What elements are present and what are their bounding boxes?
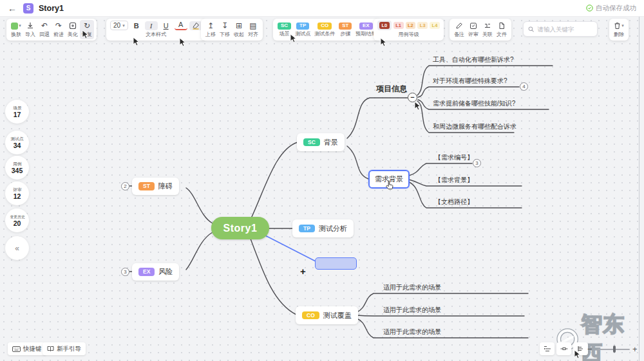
font-size-select[interactable]: 20 ▾ [110, 21, 128, 30]
link-button[interactable]: 关联 [480, 20, 495, 39]
level-l0-button[interactable]: L0 [377, 21, 392, 30]
restore-icon: ↻ [84, 21, 90, 30]
sidebar-item-cases[interactable]: 用例 345 [5, 156, 29, 180]
sidebar-collapse-button[interactable]: « [5, 236, 29, 260]
node-risk[interactable]: EX 风险 [132, 263, 179, 281]
leaf-node[interactable]: 对于环境有哪些特殊要求? [433, 77, 507, 86]
sidebar-item-review[interactable]: 评审 12 [5, 181, 29, 205]
ex-tag: EX [138, 268, 155, 276]
sidebar-item-testpoints[interactable]: 测试点 34 [5, 131, 29, 154]
leaf-node[interactable]: 工具、自动化有哪些新诉求? [433, 55, 514, 64]
leaf-node[interactable]: 适用于此需求的场景 [383, 306, 441, 315]
node-project-info[interactable]: 项目信息 [376, 84, 407, 95]
beautify-button[interactable]: 美化 [66, 20, 80, 39]
review-board-icon [469, 21, 477, 30]
node-count-badge[interactable]: 3 [121, 268, 129, 276]
align-button[interactable]: ▤ 对齐 [246, 20, 260, 39]
new-node-draft[interactable] [315, 257, 357, 270]
tag-tp-button[interactable]: TP 测试点 [293, 20, 312, 39]
sc-tag: SC [303, 138, 320, 147]
font-color-button[interactable]: A [175, 21, 187, 30]
review-button[interactable]: 评审 [466, 20, 480, 39]
text-style-group: 20 ▾ B I U A 文本样式 [106, 19, 206, 41]
check-circle-icon [586, 5, 593, 12]
theme-swatch-icon: ▾ [11, 21, 21, 30]
import-button[interactable]: 导入 [23, 20, 37, 39]
shortcuts-button[interactable]: 快捷键 [8, 342, 46, 355]
book-icon [47, 346, 54, 352]
zoom-in-button[interactable]: + [632, 344, 638, 354]
outline-view-button[interactable] [540, 342, 554, 355]
tree-view-button[interactable] [573, 342, 588, 355]
leaf-node[interactable]: 适用于此需求的场景 [383, 328, 441, 337]
leaf-node[interactable]: 适用于此需求的场景 [383, 283, 441, 292]
arrange-group: ↥ 上移 ↧ 下移 ⊞ 收起 ▤ 对齐 [201, 19, 263, 41]
node-test-coverage[interactable]: CO 测试覆盖 [296, 306, 358, 324]
node-background[interactable]: SC 背景 [297, 133, 345, 151]
theme-button[interactable]: ▾ 换肤 [9, 20, 23, 39]
bold-button[interactable]: B [130, 21, 143, 30]
italic-button[interactable]: I [145, 21, 158, 30]
chevron-left-icon: « [15, 244, 19, 253]
link-icon [484, 21, 491, 30]
move-down-button[interactable]: ↧ 下移 [218, 20, 232, 39]
level-l3-button[interactable]: L3 [417, 22, 428, 29]
tag-co-button[interactable]: CO 测试条件 [312, 20, 337, 39]
leaf-node[interactable]: 和周边微服务有哪些配合诉求 [433, 122, 516, 131]
redo-button[interactable]: ↷ 前进 [52, 20, 66, 39]
highlight-button[interactable] [189, 21, 202, 30]
tree-view-icon [577, 346, 585, 352]
arrow-up-icon: ↥ [207, 21, 214, 30]
level-l2-button[interactable]: L2 [406, 22, 416, 29]
move-up-button[interactable]: ↥ 上移 [204, 20, 218, 39]
window-edge [639, 0, 639, 361]
level-l4-button[interactable]: L4 [430, 22, 440, 29]
delete-button[interactable]: ▾ 删除 [612, 20, 626, 39]
collapse-children-button[interactable]: − [408, 93, 417, 102]
zoom-slider-handle[interactable] [613, 346, 616, 353]
leaf-node[interactable]: 需求提前储备哪些技能/知识? [433, 99, 515, 108]
undo-button[interactable]: ↶ 回退 [37, 20, 52, 39]
sidebar-item-history[interactable]: 变更历史 20 [5, 208, 29, 232]
node-test-analysis[interactable]: TP 测试分析 [292, 219, 354, 237]
co-tag: CO [302, 311, 319, 320]
root-node[interactable]: Story1 [211, 217, 269, 239]
add-node-plus[interactable]: + [300, 266, 306, 277]
text-style-label: 文本样式 [146, 31, 166, 38]
autosave-status: 自动保存成功 [586, 4, 636, 13]
restore-button[interactable]: ↻ 恢复 [80, 20, 94, 39]
node-obstacle[interactable]: ST 障碍 [132, 178, 179, 195]
node-count-badge[interactable]: 2 [121, 182, 129, 190]
file-icon [498, 21, 506, 30]
level-group-label: 用例等级 [398, 31, 419, 38]
tag-sc-button[interactable]: SC 场景 [276, 20, 293, 39]
file-button[interactable]: 文件 [495, 20, 509, 39]
collapse-nodes-button[interactable]: ⊞ 收起 [232, 20, 246, 39]
keyboard-icon [12, 346, 21, 352]
underline-button[interactable]: U [160, 21, 173, 30]
level-l1-button[interactable]: L1 [393, 22, 404, 29]
zoom-out-button[interactable]: − [587, 344, 592, 354]
pencil-icon [455, 21, 463, 30]
note-button[interactable]: 备注 [452, 20, 466, 39]
guide-button[interactable]: 新手引导 [43, 342, 86, 355]
map-view-button[interactable] [556, 342, 571, 355]
sidebar-item-scenes[interactable]: 场景 17 [5, 100, 29, 124]
node-count-badge[interactable]: 4 [520, 82, 528, 91]
trash-icon [614, 22, 621, 30]
undo-icon: ↶ [41, 21, 48, 30]
beautify-icon [69, 21, 77, 30]
tag-st-button[interactable]: ST 步骤 [337, 20, 354, 39]
leaf-node[interactable]: 【需求背景】 [435, 176, 473, 185]
level-group: L0 L1 L2 L3 L4 用例等级 [374, 19, 444, 41]
align-lines-icon: ▤ [249, 21, 256, 30]
chevron-down-icon: ▾ [621, 21, 624, 30]
leaf-node[interactable]: 【需求编号】 [435, 153, 473, 162]
leaf-node[interactable]: 【文档路径】 [435, 198, 473, 207]
node-requirement-background[interactable]: 需求背景 [368, 170, 410, 189]
titlebar: ← S Story1 自动保存成功 [0, 0, 644, 17]
collapse-box-icon: ⊞ [236, 21, 242, 30]
search-input[interactable] [537, 26, 592, 33]
node-count-badge[interactable]: 3 [473, 159, 481, 167]
back-button[interactable]: ← [8, 3, 17, 14]
